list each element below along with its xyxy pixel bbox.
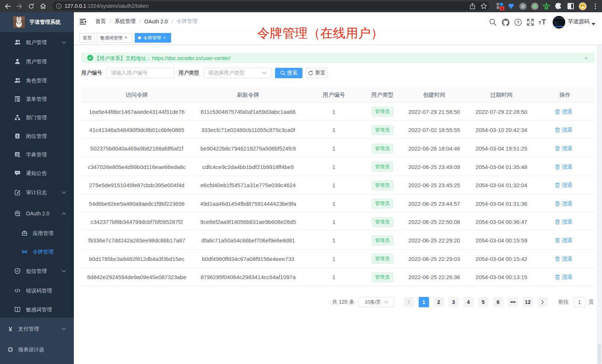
svg-text:9: 9 [501,7,503,10]
svg-text:?: ? [517,20,519,24]
svg-text:¥: ¥ [9,326,12,332]
svg-text:A: A [23,250,26,254]
svg-text:⌘: ⌘ [521,4,525,9]
